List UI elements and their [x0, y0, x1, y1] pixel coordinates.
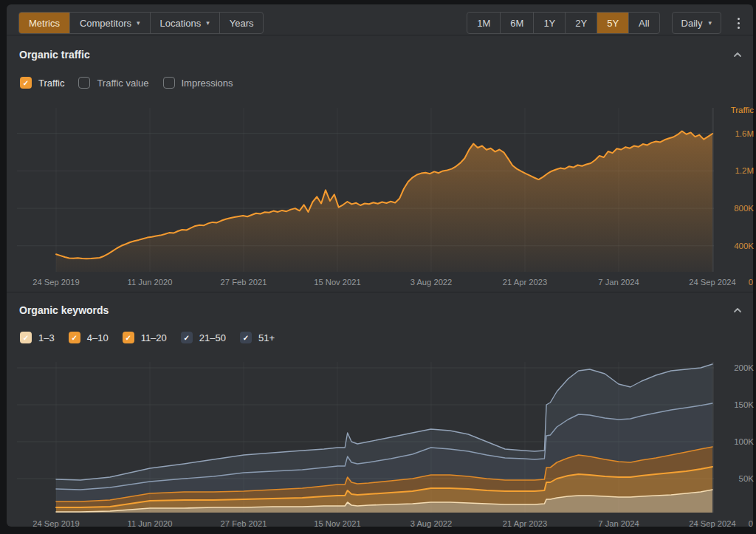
tab-metrics[interactable]: Metrics — [19, 13, 69, 33]
y-axis-tick-label: 200K — [734, 363, 754, 372]
x-axis-tick-label: 21 Apr 2023 — [503, 278, 547, 287]
toggle-label: Traffic value — [97, 78, 148, 89]
collapse-organic-traffic-icon[interactable] — [729, 47, 746, 62]
chevron-down-icon: ▾ — [708, 20, 712, 27]
toggle-traffic-value[interactable]: Traffic value — [78, 77, 148, 89]
range-button-5y[interactable]: 5Y — [597, 13, 628, 33]
checked-checkbox-icon[interactable]: ✓ — [240, 332, 252, 343]
range-button-label: 2Y — [575, 18, 587, 29]
checked-checkbox-icon[interactable]: ✓ — [20, 332, 32, 343]
range-button-6m[interactable]: 6M — [500, 13, 533, 33]
toggle-21-50[interactable]: ✓21–50 — [181, 332, 226, 343]
chevron-down-icon: ▾ — [206, 20, 210, 27]
y-axis-tick-label: 1.2M — [735, 166, 754, 175]
y-axis-tick-label: 100K — [734, 437, 754, 446]
toggle-label: 11–20 — [141, 332, 167, 343]
x-axis-tick-label: 24 Sep 2019 — [32, 519, 79, 528]
traffic-metric-toggles: ✓TrafficTraffic valueImpressions — [20, 77, 233, 89]
y-axis-title: Traffic — [731, 106, 755, 114]
toolbar-right: 1M6M1Y2Y5YAll Daily ▾ — [467, 12, 744, 34]
y-axis-tick-label: 1.6M — [735, 129, 754, 138]
range-button-label: 5Y — [607, 18, 619, 29]
unchecked-checkbox-icon[interactable] — [78, 77, 90, 89]
x-axis-tick-label: 24 Sep 2019 — [32, 278, 79, 287]
x-axis-tick-label: 7 Jan 2024 — [598, 519, 639, 528]
range-button-label: 6M — [510, 18, 523, 29]
x-axis-tick-label: 15 Nov 2021 — [314, 519, 360, 528]
toggle-label: 21–50 — [199, 332, 226, 343]
toggle-label: Traffic — [38, 78, 64, 89]
y-axis-tick-label: 50K — [739, 474, 755, 483]
more-options-icon[interactable] — [733, 14, 744, 32]
tab-competitors[interactable]: Competitors▾ — [69, 13, 150, 33]
range-button-2y[interactable]: 2Y — [565, 13, 597, 33]
organic-keywords-title: Organic keywords — [19, 304, 109, 316]
tab-label: Metrics — [29, 18, 60, 29]
toolbar: MetricsCompetitors▾Locations▾Years 1M6M1… — [18, 12, 744, 34]
toggle-11-20[interactable]: ✓11–20 — [123, 332, 167, 343]
tab-years[interactable]: Years — [219, 13, 264, 33]
x-axis-tick-label: 3 Aug 2022 — [410, 519, 453, 528]
tab-label: Locations — [160, 18, 202, 29]
toggle-label: Impressions — [182, 78, 233, 89]
toolbar-divider — [7, 35, 753, 35]
range-button-label: 1Y — [543, 18, 555, 29]
analytics-panel: MetricsCompetitors▾Locations▾Years 1M6M1… — [7, 4, 753, 527]
tab-label: Years — [230, 18, 254, 29]
tab-label: Competitors — [80, 18, 131, 29]
checked-checkbox-icon[interactable]: ✓ — [123, 332, 134, 343]
unchecked-checkbox-icon[interactable] — [163, 77, 175, 89]
range-button-1m[interactable]: 1M — [467, 13, 500, 33]
toggle-label: 4–10 — [87, 332, 109, 343]
x-axis-tick-label: 7 Jan 2024 — [598, 278, 639, 287]
y-axis-zero-label: 0 — [749, 519, 753, 528]
organic-traffic-title: Organic traffic — [19, 49, 90, 61]
app-screenshot: MetricsCompetitors▾Locations▾Years 1M6M1… — [0, 0, 756, 534]
x-axis-tick-label: 27 Feb 2021 — [221, 519, 267, 528]
organic-traffic-chart[interactable]: 1.6M1.2M800K400K24 Sep 201911 Jun 202027… — [7, 96, 756, 294]
checked-checkbox-icon[interactable]: ✓ — [20, 77, 32, 89]
toggle-4-10[interactable]: ✓4–10 — [69, 332, 109, 343]
date-range-group: 1M6M1Y2Y5YAll — [467, 12, 659, 34]
y-axis-tick-label: 150K — [734, 400, 754, 409]
checked-checkbox-icon[interactable]: ✓ — [69, 332, 80, 343]
x-axis-tick-label: 3 Aug 2022 — [410, 278, 453, 287]
toggle-1-3[interactable]: ✓1–3 — [20, 332, 55, 343]
x-axis-tick-label: 11 Jun 2020 — [128, 278, 173, 287]
x-axis-tick-label: 21 Apr 2023 — [503, 519, 547, 528]
interval-dropdown[interactable]: Daily ▾ — [672, 12, 721, 34]
chevron-down-icon: ▾ — [137, 20, 140, 27]
range-button-1y[interactable]: 1Y — [533, 13, 565, 33]
x-axis-tick-label: 11 Jun 2020 — [128, 519, 173, 528]
toggle-traffic[interactable]: ✓Traffic — [20, 77, 64, 89]
checked-checkbox-icon[interactable]: ✓ — [181, 332, 193, 343]
keyword-position-toggles: ✓1–3✓4–10✓11–20✓21–50✓51+ — [20, 332, 275, 343]
x-axis-tick-label: 24 Sep 2024 — [689, 519, 735, 528]
section-divider — [7, 292, 753, 292]
toggle-label: 1–3 — [38, 332, 55, 343]
metrics-tab-group: MetricsCompetitors▾Locations▾Years — [18, 12, 264, 34]
x-axis-tick-label: 24 Sep 2024 — [689, 278, 735, 287]
x-axis-tick-label: 15 Nov 2021 — [314, 278, 360, 287]
y-axis-zero-label: 0 — [749, 278, 753, 287]
range-button-label: All — [639, 18, 649, 29]
y-axis-tick-label: 800K — [734, 204, 754, 213]
y-axis-tick-label: 400K — [734, 242, 754, 250]
toggle-impressions[interactable]: Impressions — [163, 77, 233, 89]
range-button-label: 1M — [477, 18, 490, 29]
toggle-label: 51+ — [258, 332, 275, 343]
tab-locations[interactable]: Locations▾ — [150, 13, 219, 33]
range-button-all[interactable]: All — [628, 13, 659, 33]
organic-keywords-chart[interactable]: 200K150K100K50K24 Sep 201911 Jun 202027 … — [7, 355, 756, 534]
collapse-organic-keywords-icon[interactable] — [729, 303, 746, 318]
x-axis-tick-label: 27 Feb 2021 — [221, 278, 267, 287]
toggle-51[interactable]: ✓51+ — [240, 332, 275, 343]
interval-label: Daily — [681, 18, 703, 29]
